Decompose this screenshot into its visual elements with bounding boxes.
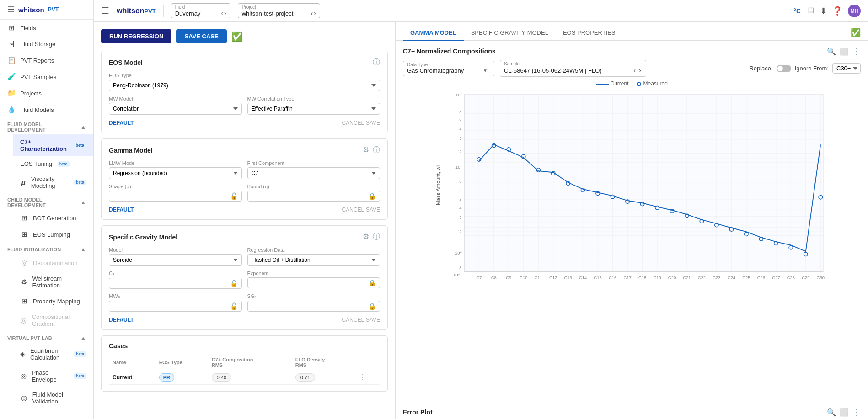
gamma-info-icon[interactable]: ⓘ [373, 145, 380, 155]
gamma-cancel-button[interactable]: CANCEL [342, 207, 364, 213]
eos-save-button[interactable]: SAVE [366, 120, 380, 126]
data-type-select[interactable]: Gas Chromatography [407, 67, 473, 74]
sample-prev-button[interactable]: ‹ [633, 66, 636, 74]
bound-lock-icon[interactable]: 🔒 [368, 192, 376, 200]
project-prev-button[interactable]: ‹ [311, 10, 313, 17]
mw-correlation-select[interactable]: Effective Paraffin [247, 103, 380, 115]
error-expand-icon[interactable]: ⬜ [840, 408, 849, 417]
tab-specific-gravity-model[interactable]: SPECIFIC GRAVITY MODEL [464, 26, 556, 41]
shape-lock-icon[interactable]: 🔓 [230, 192, 238, 200]
sidebar-item-bot-generation[interactable]: ⊞ BOT Generation [13, 210, 93, 226]
error-zoom-icon[interactable]: 🔍 [827, 408, 836, 417]
temp-unit-icon[interactable]: °C [793, 7, 801, 15]
gamma-save-button[interactable]: SAVE [366, 207, 380, 213]
sidebar-item-projects[interactable]: 📁 Projects [0, 85, 93, 101]
first-component-select[interactable]: C7 [247, 167, 380, 179]
legend-measured-label: Measured [643, 80, 667, 87]
bound-input[interactable]: 95.792 [252, 193, 367, 199]
sidebar-item-viscosity-modeling[interactable]: μ Viscosity Modeling beta [13, 171, 93, 193]
more-options-icon[interactable]: ⋮ [852, 46, 861, 56]
mw0-input[interactable]: 66 [113, 303, 228, 309]
beta-badge-eos: beta [58, 161, 70, 167]
sg-default-button[interactable]: DEFAULT [109, 316, 134, 323]
section-virtual-pvt-lab[interactable]: Virtual PVT Lab ▲ [0, 331, 93, 343]
mw0-lock-icon[interactable]: 🔓 [230, 302, 238, 310]
tab-eos-properties[interactable]: EOS PROPERTIES [556, 26, 623, 41]
sidebar-item-equilibrium-calculation[interactable]: ◈ Equilibrium Calculation beta [13, 343, 93, 365]
expand-icon[interactable]: ⬜ [840, 47, 849, 56]
eos-cancel-button[interactable]: CANCEL [342, 120, 364, 126]
help-icon[interactable]: ❓ [832, 6, 842, 16]
project-next-button[interactable]: › [314, 10, 316, 17]
download-icon[interactable]: ⬇ [820, 6, 827, 16]
shape-input[interactable]: 0.726679 [113, 193, 228, 199]
beta-badge-eq: beta [74, 351, 86, 357]
error-more-icon[interactable]: ⋮ [852, 407, 861, 417]
sg0-input[interactable]: 0.2855 [252, 303, 367, 309]
sample-select[interactable]: CL-58647 (16-05-062-24W5M | FLO) [504, 67, 631, 74]
replace-toggle[interactable] [777, 65, 791, 72]
sidebar-item-wellstream-estimation[interactable]: ⚙ Wellstream Estimation [13, 271, 93, 293]
save-check-icon: ✅ [231, 31, 243, 42]
field-prev-button[interactable]: ‹ [221, 10, 223, 17]
topbar-hamburger-icon[interactable]: ☰ [101, 5, 109, 16]
c1-lock-icon[interactable]: 🔓 [230, 280, 238, 287]
sg-settings-icon[interactable]: ⚙ [363, 232, 369, 242]
sample-next-button[interactable]: › [639, 66, 641, 74]
project-value: whitson-test-project [242, 10, 294, 17]
avatar[interactable]: MH [848, 5, 861, 17]
sidebar-item-decontamination[interactable]: ◎ Decontamination [13, 255, 93, 271]
monitor-icon[interactable]: 🖥 [806, 6, 814, 16]
eos-type-select[interactable]: Peng-Robinson (1979) [109, 80, 380, 91]
hamburger-icon[interactable]: ☰ [7, 5, 15, 15]
sidebar-item-fluid-model-validation[interactable]: ◎ Fluid Model Validation [13, 387, 93, 409]
sidebar-item-pvt-samples[interactable]: 🧪 PVT Samples [0, 69, 93, 85]
svg-text:C30: C30 [817, 275, 825, 280]
sg0-lock-icon[interactable]: 🔒 [368, 302, 376, 310]
zoom-icon[interactable]: 🔍 [827, 47, 836, 56]
project-selector[interactable]: Project whitson-test-project ‹ › [238, 3, 320, 18]
sidebar-item-c7-characterization[interactable]: C7+ Characterization beta [13, 134, 93, 156]
sg-info-icon[interactable]: ⓘ [373, 232, 380, 242]
exponent-input[interactable]: 0.153805 [252, 280, 367, 286]
section-child-model-development[interactable]: Child Model Development ▲ [0, 193, 93, 210]
section-fluid-model-development[interactable]: Fluid Model Development ▲ [0, 118, 93, 134]
sidebar-item-pvt-reports[interactable]: 📋 PVT Reports [0, 52, 93, 69]
svg-text:3: 3 [459, 136, 461, 141]
section-fluid-initialization[interactable]: Fluid Initialization ▲ [0, 243, 93, 255]
row-more-button[interactable]: ⋮ [359, 373, 366, 381]
sidebar-item-fluid-storage[interactable]: 🗄 Fluid Storage [0, 36, 93, 52]
sidebar-item-fields[interactable]: ⊞ Fields [0, 20, 93, 36]
sidebar-item-compositional-gradient[interactable]: ◎ Compositional Gradient [13, 309, 93, 331]
ignore-select[interactable]: C30+ [832, 63, 861, 74]
sg-cancel-button[interactable]: CANCEL [342, 317, 364, 323]
shape-label: Shape (α) [109, 184, 242, 189]
c1-input[interactable]: 0.252104 [113, 280, 228, 286]
tab-check-icon: ✅ [851, 28, 861, 38]
lmw-model-select[interactable]: Regression (bounded) [109, 167, 242, 179]
sg-model-select[interactable]: Søreide [109, 254, 242, 266]
tab-gamma-model[interactable]: GAMMA MODEL [403, 26, 464, 41]
sg-save-button[interactable]: SAVE [366, 317, 380, 323]
sidebar-item-eos-tuning[interactable]: EOS Tuning beta [13, 156, 93, 171]
svg-text:C26: C26 [757, 275, 765, 280]
field-next-button[interactable]: › [224, 10, 226, 17]
eos-type-label: EOS Type [109, 73, 380, 78]
sidebar-item-eos-lumping[interactable]: ⊞ EOS Lumping [13, 226, 93, 243]
gamma-settings-icon[interactable]: ⚙ [363, 145, 369, 155]
sidebar-item-property-mapping[interactable]: ⊞ Property Mapping [13, 293, 93, 309]
run-regression-button[interactable]: RUN REGRESSION [101, 29, 171, 43]
svg-text:C27: C27 [772, 275, 780, 280]
field-selector[interactable]: Field Duvernay ‹ › [171, 3, 230, 18]
eos-default-button[interactable]: DEFAULT [109, 119, 134, 126]
svg-text:C8: C8 [491, 275, 497, 280]
regression-data-select[interactable]: Flashed Oil + Distillation [247, 254, 380, 266]
sidebar-item-phase-envelope[interactable]: ◎ Phase Envelope beta [13, 365, 93, 387]
sidebar-item-fluid-models[interactable]: 💧 Fluid Models [0, 101, 93, 118]
mw-model-select[interactable]: Correlation [109, 103, 242, 115]
save-case-button[interactable]: SAVE CASE [176, 29, 226, 43]
gamma-default-button[interactable]: DEFAULT [109, 206, 134, 213]
data-type-group: Data Type Gas Chromatography ▼ [403, 61, 494, 76]
eos-info-icon[interactable]: ⓘ [373, 58, 380, 67]
exponent-lock-icon[interactable]: 🔒 [368, 279, 376, 286]
